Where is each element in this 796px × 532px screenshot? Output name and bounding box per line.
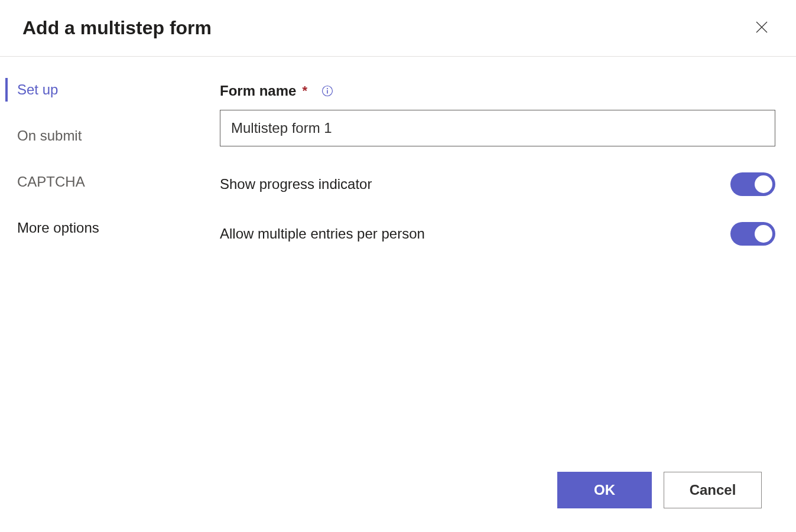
- ok-button[interactable]: OK: [557, 472, 652, 508]
- cancel-button[interactable]: Cancel: [664, 472, 762, 508]
- show-progress-toggle[interactable]: [730, 172, 775, 196]
- show-progress-label: Show progress indicator: [220, 176, 372, 192]
- dialog-header: Add a multistep form: [0, 0, 796, 57]
- svg-rect-4: [327, 90, 328, 94]
- info-icon[interactable]: [321, 85, 333, 97]
- sidebar: Set up On submit CAPTCHA More options: [0, 78, 220, 246]
- allow-multiple-toggle[interactable]: [730, 222, 775, 246]
- sidebar-item-label: Set up: [17, 81, 58, 97]
- form-name-input[interactable]: [220, 110, 775, 146]
- close-button[interactable]: [751, 17, 772, 40]
- main-panel: Form name * Show progress indicator Allo…: [220, 78, 796, 246]
- sidebar-item-more-options[interactable]: More options: [5, 216, 220, 240]
- allow-multiple-label: Allow multiple entries per person: [220, 226, 425, 242]
- sidebar-item-setup[interactable]: Set up: [5, 78, 220, 102]
- dialog-footer: OK Cancel: [557, 472, 762, 508]
- dialog-title: Add a multistep form: [22, 17, 212, 39]
- form-name-label: Form name: [220, 83, 296, 99]
- sidebar-item-label: More options: [17, 220, 99, 236]
- sidebar-item-label: On submit: [17, 128, 82, 143]
- close-icon: [755, 20, 769, 36]
- toggle-knob: [755, 175, 772, 193]
- sidebar-item-on-submit[interactable]: On submit: [5, 124, 220, 148]
- show-progress-row: Show progress indicator: [220, 172, 775, 196]
- svg-point-3: [327, 88, 328, 89]
- allow-multiple-row: Allow multiple entries per person: [220, 222, 775, 246]
- dialog-body: Set up On submit CAPTCHA More options Fo…: [0, 57, 796, 246]
- sidebar-item-label: CAPTCHA: [17, 174, 85, 190]
- required-indicator: *: [302, 83, 307, 99]
- toggle-knob: [755, 225, 772, 243]
- form-name-label-row: Form name *: [220, 83, 777, 99]
- sidebar-item-captcha[interactable]: CAPTCHA: [5, 170, 220, 194]
